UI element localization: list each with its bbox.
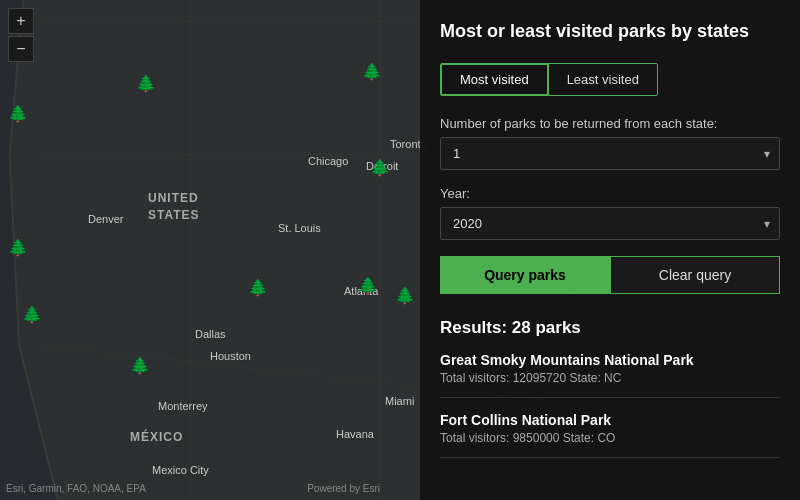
map-controls: + − [8, 8, 34, 62]
result-item-0: Great Smoky Mountains National Park Tota… [440, 352, 780, 398]
result-item-1: Fort Collins National Park Total visitor… [440, 412, 780, 458]
clear-query-button[interactable]: Clear query [610, 256, 780, 294]
year-field-group: Year: 2020 2019 2018 2017 ▾ [440, 186, 780, 240]
esri-attribution: Powered by Esri [307, 483, 380, 494]
result-park-detail-1: Total visitors: 9850000 State: CO [440, 431, 780, 445]
right-panel: Most or least visited parks by states Mo… [420, 0, 800, 500]
year-label: Year: [440, 186, 780, 201]
panel-title: Most or least visited parks by states [440, 20, 780, 43]
tab-most-visited[interactable]: Most visited [440, 63, 549, 96]
tab-least-visited[interactable]: Least visited [548, 64, 657, 95]
zoom-in-button[interactable]: + [8, 8, 34, 34]
num-parks-field-group: Number of parks to be returned from each… [440, 116, 780, 170]
result-park-name-1: Fort Collins National Park [440, 412, 780, 428]
map-attribution: Esri, Garmin, FAO, NOAA, EPA [6, 483, 146, 494]
result-park-name-0: Great Smoky Mountains National Park [440, 352, 780, 368]
zoom-out-button[interactable]: − [8, 36, 34, 62]
results-title: Results: 28 parks [440, 318, 780, 338]
query-parks-button[interactable]: Query parks [440, 256, 610, 294]
result-park-detail-0: Total visitors: 12095720 State: NC [440, 371, 780, 385]
year-select-wrapper: 2020 2019 2018 2017 ▾ [440, 207, 780, 240]
num-parks-label: Number of parks to be returned from each… [440, 116, 780, 131]
year-select[interactable]: 2020 2019 2018 2017 [440, 207, 780, 240]
num-parks-select-wrapper: 1 2 3 5 ▾ [440, 137, 780, 170]
tab-group: Most visited Least visited [440, 63, 658, 96]
num-parks-select[interactable]: 1 2 3 5 [440, 137, 780, 170]
action-buttons: Query parks Clear query [440, 256, 780, 294]
